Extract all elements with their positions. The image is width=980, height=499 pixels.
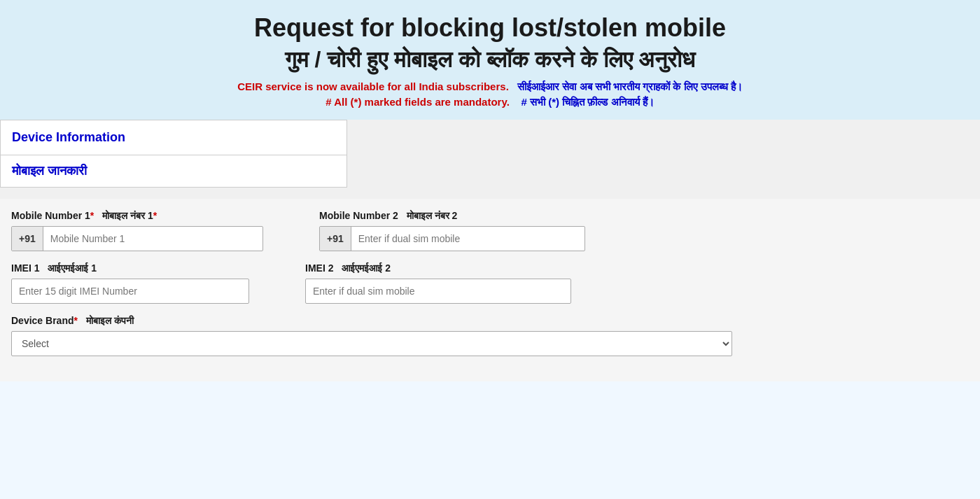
- imei-1-label-hi: आईएमईआई 1: [48, 262, 97, 274]
- mandatory-en: # All (*) marked fields are mandatory.: [326, 96, 510, 108]
- imei-2-label-hi: आईएमईआई 2: [342, 262, 391, 274]
- imei-1-input[interactable]: [11, 279, 249, 304]
- mandatory-hi: # सभी (*) चिह्नित फ़ील्ड अनिवार्य हैं।: [522, 96, 654, 108]
- imei-2-group: IMEI 2 आईएमईआई 2: [305, 262, 571, 304]
- mobile-number-2-input[interactable]: [351, 227, 584, 251]
- device-brand-select[interactable]: Select Samsung Apple Xiaomi Oppo Vivo Re…: [11, 331, 732, 356]
- mobile-number-2-group: Mobile Number 2 मोबाइल नंबर 2 +91: [319, 210, 585, 251]
- header-notice: CEIR service is now available for all In…: [14, 80, 966, 93]
- imei-1-group: IMEI 1 आईएमईआई 1: [11, 262, 249, 304]
- device-brand-label-hi: मोबाइल कंपनी: [86, 315, 134, 327]
- mobile-number-1-label-hi: मोबाइल नंबर 1*: [102, 210, 157, 222]
- device-brand-label-en: Device Brand*: [11, 315, 78, 326]
- imei-row: IMEI 1 आईएमईआई 1 IMEI 2 आईएमईआई 2: [11, 262, 969, 304]
- notice-en: CEIR service is now available for all In…: [237, 80, 509, 92]
- section-header-hi: मोबाइल जानकारी: [0, 155, 347, 188]
- mobile-number-1-group: Mobile Number 1* मोबाइल नंबर 1* +91: [11, 210, 263, 251]
- page-title-hi: गुम / चोरी हुए मोबाइल को ब्लॉक करने के ल…: [14, 45, 966, 75]
- notice-hi: सीईआईआर सेवा अब सभी भारतीय ग्राहकों के ल…: [517, 80, 743, 92]
- device-brand-row: Device Brand* मोबाइल कंपनी Select Samsun…: [11, 315, 969, 356]
- device-brand-group: Device Brand* मोबाइल कंपनी Select Samsun…: [11, 315, 732, 356]
- mobile-number-2-label: Mobile Number 2 मोबाइल नंबर 2: [319, 210, 585, 222]
- mobile-number-2-label-hi: मोबाइल नंबर 2: [407, 210, 458, 222]
- header-section: Request for blocking lost/stolen mobile …: [0, 0, 980, 120]
- mobile-number-2-prefix: +91: [320, 227, 351, 251]
- imei-1-label: IMEI 1 आईएमईआई 1: [11, 262, 249, 274]
- mobile-number-1-label-en: Mobile Number 1*: [11, 210, 94, 221]
- form-body: Mobile Number 1* मोबाइल नंबर 1* +91 Mobi…: [0, 199, 980, 381]
- mobile-number-2-label-en: Mobile Number 2: [319, 210, 398, 221]
- imei-2-input[interactable]: [305, 279, 571, 304]
- mobile-number-2-input-wrapper: +91: [319, 226, 585, 251]
- mobile-number-1-input[interactable]: [43, 227, 262, 251]
- form-section: Device Information मोबाइल जानकारी Mobile…: [0, 120, 980, 381]
- imei-2-label: IMEI 2 आईएमईआई 2: [305, 262, 571, 274]
- mobile-number-1-prefix: +91: [12, 227, 43, 251]
- section-header-en: Device Information: [0, 120, 347, 155]
- header-mandatory: # All (*) marked fields are mandatory. #…: [14, 96, 966, 108]
- mobile-number-row: Mobile Number 1* मोबाइल नंबर 1* +91 Mobi…: [11, 210, 969, 251]
- imei-1-label-en: IMEI 1: [11, 262, 39, 274]
- device-brand-label: Device Brand* मोबाइल कंपनी: [11, 315, 732, 327]
- mobile-number-1-input-wrapper: +91: [11, 226, 263, 251]
- imei-2-label-en: IMEI 2: [305, 262, 333, 274]
- mobile-number-1-label: Mobile Number 1* मोबाइल नंबर 1*: [11, 210, 263, 222]
- page-title-en: Request for blocking lost/stolen mobile: [14, 13, 966, 43]
